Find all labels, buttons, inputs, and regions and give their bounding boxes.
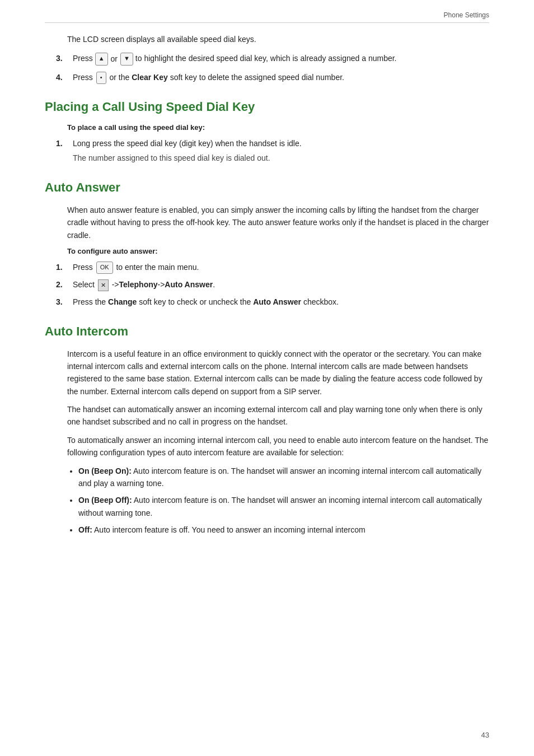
section1-steps: 1. Long press the speed dial key (digit … [56,137,489,165]
change-label: Change [108,297,137,306]
section2-procedure-heading: To configure auto answer: [67,247,489,255]
section1-title: Placing a Call Using Speed Dial Key [45,100,489,114]
bullet-3-text: Auto intercom feature is off. You need t… [94,525,366,534]
step-3-or: or [111,53,118,65]
section2-step-1-pre: Press [73,263,95,272]
section2-step-3: 3. Press the Change soft key to check or… [56,296,489,308]
section2-step-1-num: 1. [56,261,73,274]
step-3-text-post: to highlight the desired speed dial key,… [135,54,397,63]
section1-step-1-num: 1. [56,137,73,165]
section3-para2: The handset can automatically answer an … [67,403,489,428]
step-3-text-pre: Press [73,54,93,63]
bullet-item-3: Off: Auto intercom feature is off. You n… [78,524,489,536]
header-section-label: Phone Settings [444,11,489,19]
step-4-text-post: soft key to delete the assigned speed di… [170,73,344,82]
step-4-content: Press • or the Clear Key soft key to del… [73,71,489,84]
bullet-item-2: On (Beep Off): Auto intercom feature is … [78,494,489,519]
section2-step-2-post: ->Telephony->Auto Answer. [112,280,215,289]
auto-answer-label: Auto Answer [253,297,301,306]
section2-intro: When auto answer feature is enabled, you… [67,204,489,241]
page: Phone Settings The LCD screen displays a… [0,0,534,756]
section2-step-2-num: 2. [56,278,73,291]
section2-step-1-post: to enter the main menu. [116,263,199,272]
bullet-1-text: Auto intercom feature is on. The handset… [78,466,481,488]
section2-title: Auto Answer [45,180,489,195]
up-arrow-key: ▲ [95,53,108,65]
bullet-2-bold: On (Beep Off): [78,496,132,505]
step-3-container: 3. Press ▲ or ▼ to highlight the desired… [56,52,489,65]
page-number: 43 [481,731,489,739]
bullet-2-text: Auto intercom feature is on. The handset… [78,496,482,517]
bullet-3-bold: Off: [78,525,92,534]
section3-title: Auto Intercom [45,324,489,339]
list-item-4: 4. Press • or the Clear Key soft key to … [56,71,489,84]
section2-step-3-mid: soft key to check or uncheck the [139,297,253,306]
section2-step-2: 2. Select ✕ ->Telephony->Auto Answer. [56,278,489,291]
section2-steps: 1. Press OK to enter the main menu. 2. S… [56,261,489,309]
menu-icon: ✕ [98,279,109,292]
top-divider [45,22,489,23]
section1-procedure-heading: To place a call using the speed dial key… [67,123,489,132]
step-4-num: 4. [56,71,73,84]
section2-step-2-pre: Select [73,280,97,289]
section2-step-3-num: 3. [56,296,73,308]
section2-step-3-post: checkbox. [303,297,339,306]
clear-key-label: Clear Key [132,73,168,82]
clear-dot-key: • [96,72,106,84]
bullet-item-1: On (Beep On): Auto intercom feature is o… [78,465,489,490]
section2-step-1-content: Press OK to enter the main menu. [73,261,489,274]
section1-step-1-text: Long press the speed dial key (digit key… [73,139,302,148]
section3-para3: To automatically answer an incoming inte… [67,434,489,459]
section2-step-2-content: Select ✕ ->Telephony->Auto Answer. [73,278,489,291]
step-4-text-mid: or the [109,73,129,82]
section2-step-1: 1. Press OK to enter the main menu. [56,261,489,274]
section3-para1: Intercom is a useful feature in an offic… [67,348,489,398]
intro-text: The LCD screen displays all available sp… [67,33,489,45]
page-header: Phone Settings [45,11,489,19]
section2-step-3-content: Press the Change soft key to check or un… [73,296,489,308]
section1-step-1: 1. Long press the speed dial key (digit … [56,137,489,165]
nav-arrows: ▲ or ▼ [95,53,133,65]
list-item-3: 3. Press ▲ or ▼ to highlight the desired… [56,52,489,65]
step-3-content: Press ▲ or ▼ to highlight the desired sp… [73,52,489,65]
bullet-1-bold: On (Beep On): [78,466,132,475]
section1-step-1-sub: The number assigned to this speed dial k… [73,152,489,164]
ok-key: OK [96,262,113,274]
down-arrow-key: ▼ [120,53,133,65]
step-4-container: 4. Press • or the Clear Key soft key to … [56,71,489,84]
section2-step-3-pre: Press the [73,297,108,306]
step-3-num: 3. [56,52,73,65]
step-4-text-pre: Press [73,73,93,82]
section1-step-1-content: Long press the speed dial key (digit key… [73,137,489,165]
section3-bullet-list: On (Beep On): Auto intercom feature is o… [78,465,489,536]
